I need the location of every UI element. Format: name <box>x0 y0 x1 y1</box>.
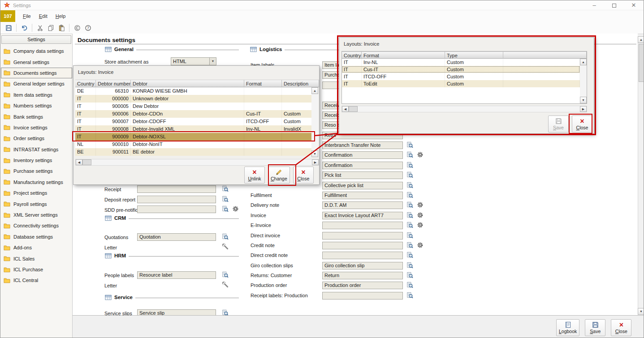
column-header[interactable]: Type <box>445 51 503 59</box>
chevron-down-icon[interactable]: ▼ <box>209 58 216 65</box>
layout-field-input[interactable]: Confirmation <box>322 151 403 159</box>
scrollbar-thumb[interactable] <box>349 106 358 112</box>
format-row[interactable]: ITInv-NLCustom <box>342 59 580 66</box>
scrollbar-thumb[interactable] <box>639 44 644 82</box>
layout-field-input[interactable] <box>322 292 403 299</box>
sidebar-item-database-settings[interactable]: Database settings <box>1 231 72 242</box>
browse-icon[interactable] <box>406 182 415 189</box>
cut-toolbar-button[interactable] <box>35 23 45 33</box>
scrollbar-thumb[interactable] <box>82 159 91 165</box>
gear-icon[interactable] <box>417 212 425 219</box>
debtor-row[interactable]: IT900009Debtor-NOXSL <box>75 133 313 141</box>
layout-field-input[interactable] <box>322 232 403 240</box>
horizontal-scrollbar[interactable]: ◀▶ <box>341 106 587 112</box>
sidebar-item-connectivity-settings[interactable]: Connectivity settings <box>1 220 72 231</box>
browse-icon[interactable] <box>222 196 230 203</box>
sidebar-item-general-ledger-settings[interactable]: General ledger settings <box>1 78 72 89</box>
close-button[interactable]: ×Close <box>611 319 631 336</box>
sidebar-item-item-data-settings[interactable]: Item data settings <box>1 90 72 100</box>
sidebar-item-bank-settings[interactable]: Bank settings <box>1 111 72 122</box>
sidebar-item-general-settings[interactable]: General settings <box>1 56 72 67</box>
layout-field-input[interactable]: Collective pick list <box>322 182 403 189</box>
unlink-button[interactable]: ×Unlink <box>244 167 265 184</box>
gear-icon[interactable] <box>417 201 425 209</box>
format-row[interactable]: ITITCD-OFFCustom <box>342 73 580 80</box>
menu-help[interactable]: Help <box>52 13 70 19</box>
sidebar-item-payroll-settings[interactable]: Payroll settings <box>1 198 72 209</box>
browse-icon[interactable] <box>406 171 415 179</box>
close-button[interactable]: ×Close <box>293 167 314 184</box>
debtor-row[interactable]: IT000000Unknown debtor <box>75 95 313 103</box>
deposit-report-input[interactable] <box>137 196 216 203</box>
layout-field-input[interactable]: Return <box>322 272 403 279</box>
sidebar-item-company-data-settings[interactable]: Company data settings <box>1 46 72 56</box>
vertical-scrollbar[interactable] <box>311 87 318 157</box>
save-button[interactable]: Save <box>548 116 569 133</box>
column-header[interactable]: Debtor <box>131 80 244 87</box>
menu-edit[interactable]: Edit <box>35 13 52 19</box>
debtor-row[interactable]: NL900010Debtor-NonIT <box>75 141 313 148</box>
sidebar-item-documents-settings[interactable]: Documents settings <box>1 68 72 78</box>
undo-toolbar-button[interactable] <box>19 23 30 33</box>
column-header[interactable]: Format <box>362 51 445 59</box>
column-header[interactable] <box>503 51 587 59</box>
sidebar-item-purchase-settings[interactable]: Purchase settings <box>1 166 72 176</box>
debtor-row[interactable]: IT900008Debtor-Invalid XMLInv-NLInvalidX <box>75 125 313 133</box>
debtor-row[interactable]: IT900007Debtor-CDOFFITCD-OFFCustom <box>75 118 313 125</box>
scroll-up-button[interactable]: ▲ <box>311 87 318 94</box>
format-row[interactable]: ITToEditCustom <box>342 80 580 87</box>
column-header[interactable]: Country <box>342 51 362 59</box>
sidebar-item-order-settings[interactable]: Order settings <box>1 133 72 144</box>
layout-field-input[interactable]: Giro collection slip <box>322 262 403 270</box>
browse-icon[interactable] <box>222 271 230 278</box>
browse-icon[interactable] <box>406 292 415 299</box>
logbook-button[interactable]: Logbook <box>556 319 579 336</box>
layout-field-input[interactable] <box>322 222 403 229</box>
quotations-input[interactable]: Quotation <box>137 233 216 241</box>
people-labels-input[interactable]: Resource label <box>137 271 216 279</box>
browse-icon[interactable] <box>406 242 415 249</box>
gear-icon[interactable] <box>417 242 425 249</box>
main-scrollbar[interactable]: ▲ ▼ <box>638 36 644 315</box>
format-row[interactable]: ITCus-ITCustom <box>342 66 580 73</box>
layout-field-input[interactable]: Interbranch Transfer Note <box>322 141 403 149</box>
copyright-toolbar-button[interactable] <box>72 23 82 33</box>
debtor-row[interactable]: IT900006Debtor-CDOnCus-ITCustom <box>75 110 313 118</box>
layout-field-input[interactable] <box>322 242 403 249</box>
help-toolbar-button[interactable] <box>82 23 93 33</box>
sidebar-item-inventory-settings[interactable]: Inventory settings <box>1 155 72 166</box>
column-header[interactable]: Debtor number <box>96 80 131 87</box>
store-attachment-dropdown[interactable]: HTML ▼ <box>171 57 216 65</box>
scroll-up-button[interactable]: ▲ <box>580 59 587 65</box>
sidebar-item-xml-server-settings[interactable]: XML Server settings <box>1 210 72 220</box>
browse-icon[interactable] <box>222 185 230 193</box>
layout-field-input[interactable]: Pick list <box>322 171 403 179</box>
scroll-right-button[interactable]: ▶ <box>580 106 587 112</box>
wrench-icon[interactable] <box>222 243 230 250</box>
column-header[interactable]: Description <box>282 80 319 87</box>
layout-field-input[interactable]: Confirmation <box>322 162 403 169</box>
scroll-down-button[interactable]: ▼ <box>638 308 644 315</box>
receipt-input[interactable] <box>137 185 216 193</box>
browse-icon[interactable] <box>406 151 415 159</box>
browse-icon[interactable] <box>406 141 415 149</box>
paste-toolbar-button[interactable] <box>56 23 67 33</box>
browse-icon[interactable] <box>406 262 415 270</box>
sidebar-item-invoice-settings[interactable]: Invoice settings <box>1 122 72 133</box>
browse-icon[interactable] <box>406 192 415 199</box>
copy-toolbar-button[interactable] <box>45 23 56 33</box>
browse-icon[interactable] <box>406 162 415 169</box>
sidebar-item-icl-purchase[interactable]: ICL Purchase <box>1 264 72 275</box>
close-window-button[interactable]: ✕ <box>626 0 641 10</box>
layout-field-input[interactable]: Production order <box>322 282 403 289</box>
sidebar-item-add-ons[interactable]: Add-ons <box>1 242 72 253</box>
sidebar-item-project-settings[interactable]: Project settings <box>1 188 72 198</box>
browse-icon[interactable] <box>406 212 415 219</box>
gear-icon[interactable] <box>417 222 425 229</box>
sidebar-item-icl-sales[interactable]: ICL Sales <box>1 253 72 264</box>
debtor-row[interactable]: DE66310KONRAD WIESE GMBH <box>75 87 313 95</box>
debtor-row[interactable]: BE900011BE debtor <box>75 148 313 156</box>
layout-field-input[interactable] <box>322 252 403 259</box>
maximize-button[interactable] <box>606 0 622 10</box>
scroll-right-button[interactable]: ▶ <box>312 159 319 165</box>
